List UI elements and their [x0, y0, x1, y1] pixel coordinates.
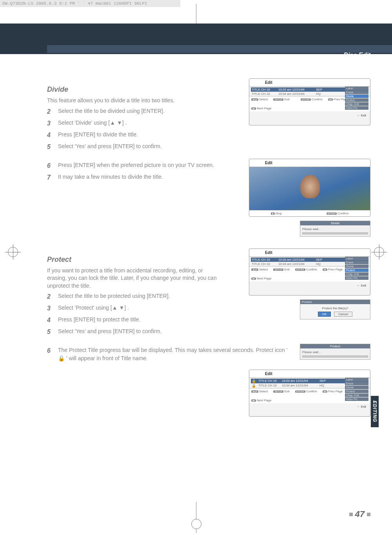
- osd-edit-divide: Edit TITLE CH 1010:20 am 12/21/04SEP TIT…: [249, 78, 370, 125]
- protect-step-4: Press [ENTER] to protect the title.: [58, 316, 140, 325]
- divide-step-4: Press [ENTER] to divide the title.: [58, 131, 138, 140]
- hint-prev: ⏮Prev Page: [323, 268, 343, 271]
- divide-step-6: Press [ENTER] when the preferred picture…: [58, 161, 214, 170]
- menu-item[interactable]: Index Pic.: [345, 106, 368, 110]
- protect-step-6: The Protect Title progress bar will be d…: [58, 346, 292, 363]
- q-cell: SEP: [316, 88, 325, 91]
- hint-select: ◂▸▴▾Select: [251, 268, 268, 271]
- menu-item[interactable]: Erase: [345, 382, 368, 385]
- menu-item-protect[interactable]: Protect: [345, 268, 368, 272]
- edit-menu: Label Erase Divide Protect Chap. Edit In…: [345, 257, 368, 280]
- q-cell: HQ: [316, 92, 325, 96]
- menu-item[interactable]: Erase: [345, 261, 368, 264]
- step-num: 2: [47, 292, 53, 301]
- menu-item[interactable]: Chap. Edit: [345, 272, 368, 276]
- progress-bar: [302, 355, 368, 357]
- osd-edit-locked: Edit 🔒TITLE CH 1010:20 am 12/21/04SEP 🔒T…: [249, 370, 370, 417]
- step-num: 5: [47, 327, 53, 337]
- menu-item[interactable]: Label: [345, 378, 368, 381]
- time-cell: 10:34 am 12/21/04: [278, 92, 314, 96]
- progress-title: Protect: [300, 344, 370, 348]
- square-icon: [367, 513, 370, 516]
- progress-text: Please wait...: [302, 350, 321, 354]
- time-cell: 10:34 am 12/21/04: [278, 262, 314, 266]
- preview-image: [249, 167, 370, 210]
- divide-heading: Divide: [47, 85, 223, 94]
- hint-confirm: ENTERConfirm: [301, 98, 323, 101]
- step-num: 3: [47, 304, 53, 313]
- menu-item[interactable]: Index Pic.: [345, 276, 368, 280]
- osd-title: Edit: [249, 159, 370, 167]
- time-cell: 10:34 am 12/21/04: [282, 384, 317, 388]
- hint-exit: SETUPExit: [273, 98, 289, 101]
- osd-title: Edit: [249, 79, 370, 87]
- ok-button[interactable]: OK: [318, 312, 331, 317]
- step-num: 6: [47, 346, 53, 363]
- step-num: 7: [47, 173, 53, 182]
- spine-mark-bottom: [196, 502, 196, 533]
- q-cell: HQ: [319, 384, 328, 388]
- menu-item[interactable]: Index Pic.: [345, 397, 368, 401]
- protect-heading: Protect: [47, 256, 223, 264]
- edit-menu: Label Erase Divide Protect Chap. Edit In…: [345, 87, 368, 110]
- menu-item[interactable]: Chap. Edit: [345, 102, 368, 106]
- osd-edit-protect: Edit TITLE CH 1010:20 am 12/21/04SEP TIT…: [249, 248, 370, 296]
- square-icon: [349, 513, 353, 516]
- exit-hint: ← Exit: [357, 114, 366, 117]
- progress-text: Please wait...: [302, 227, 321, 231]
- protect-step-2: Select the title to be protected using […: [58, 292, 170, 301]
- menu-item[interactable]: Label: [345, 87, 368, 90]
- menu-item[interactable]: Divide: [345, 265, 368, 268]
- menu-item[interactable]: Chap. Edit: [345, 394, 368, 397]
- hint-next: ⏭Next Page: [251, 107, 271, 110]
- hint-prev: ⏮Prev Page: [323, 390, 343, 393]
- hint-confirm: ENTERConfirm: [295, 268, 317, 271]
- divide-step-2: Select the title to be divided using [EN…: [58, 107, 165, 116]
- hint-exit: SETUPExit: [273, 268, 289, 271]
- lock-icon: 🔒: [252, 379, 256, 383]
- hint-stop: ■Stop: [271, 212, 282, 215]
- hint-select: ◂▸▴▾Select: [251, 98, 268, 101]
- divide-step-7: It may take a few minutes to divide the …: [58, 173, 163, 182]
- page-number: 47: [349, 509, 370, 519]
- hint-exit: SETUPExit: [273, 390, 289, 393]
- step-num: 6: [47, 161, 53, 170]
- menu-item[interactable]: Divide: [345, 386, 368, 389]
- protect-intro: If you want to protect a title from acci…: [47, 267, 223, 290]
- osd-divide-preview: Edit ■Stop ENTERConfirm: [249, 159, 370, 217]
- step-num: 5: [47, 142, 53, 152]
- q-cell: HQ: [316, 262, 325, 266]
- divide-step-5: Select 'Yes' and press [ENTER] to confir…: [58, 142, 162, 152]
- hint-next: ⏭Next Page: [251, 399, 271, 402]
- time-cell: 10:20 am 12/21/04: [282, 379, 317, 383]
- menu-item[interactable]: Protect: [345, 390, 368, 393]
- title-cell: TITLE CH 10: [252, 88, 276, 91]
- q-cell: SEP: [319, 379, 328, 383]
- exit-hint: ← Exit: [357, 405, 366, 408]
- print-meta: DW-Q73D2N-LS 2005.6.3 6:2 PM ˘ ` 47 mac0…: [0, 0, 180, 7]
- exit-hint: ← Exit: [357, 284, 366, 287]
- title-cell: TITLE CH 10: [252, 92, 276, 96]
- menu-item-divide[interactable]: Divide: [345, 94, 368, 98]
- menu-item[interactable]: Erase: [345, 91, 368, 94]
- menu-item[interactable]: Label: [345, 257, 368, 260]
- progress-bar: [302, 232, 368, 234]
- step-num: 4: [47, 316, 53, 325]
- protect-step-5: Select 'Yes' and press [ENTER] to confir…: [58, 327, 162, 337]
- divide-step-3: Select 'Divide' using [▲ ▼] .: [58, 119, 127, 128]
- header-accent: [47, 45, 392, 53]
- title-cell: TITLE CH 10: [258, 379, 279, 383]
- crop-mark-right: [374, 247, 384, 257]
- dialog-title: Protect: [300, 300, 370, 304]
- edit-menu: Label Erase Divide Protect Chap. Edit In…: [345, 378, 368, 401]
- dialog-text: Protect the title(s)?: [303, 306, 368, 310]
- protect-progress: Protect Please wait...: [300, 344, 370, 360]
- progress-title: Divide: [300, 221, 370, 225]
- divide-intro: This feature allows you to divide a titl…: [47, 97, 223, 105]
- menu-item[interactable]: Protect: [345, 98, 368, 102]
- q-cell: SEP: [316, 258, 325, 261]
- page-title: Disc Edit: [344, 52, 370, 59]
- step-num: 4: [47, 131, 53, 140]
- cancel-button[interactable]: Cancel: [334, 312, 352, 317]
- divide-progress: Divide Please wait...: [300, 221, 370, 237]
